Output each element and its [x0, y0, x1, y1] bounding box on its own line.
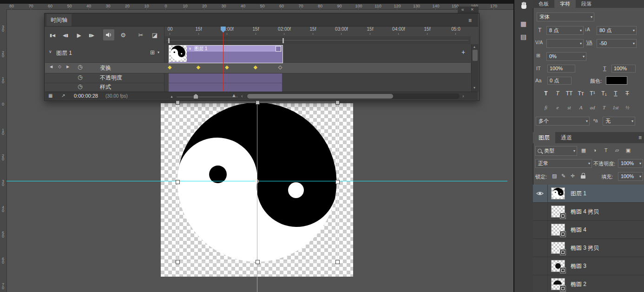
transform-handle-top-left[interactable] — [176, 100, 180, 105]
property-transform[interactable]: 变换 — [100, 65, 111, 71]
titling-alternates-button[interactable]: T — [599, 103, 609, 112]
zoom-out-icon[interactable]: ▲ — [170, 95, 173, 98]
collapse-panel-icon[interactable]: « — [461, 7, 464, 12]
faux-bold-button[interactable]: T — [541, 89, 551, 98]
layer-name[interactable]: 椭圆 4 拷贝 — [571, 209, 599, 214]
fill-select[interactable]: 100% ▾ — [618, 172, 643, 181]
layer-row[interactable]: 椭圆 2 — [533, 275, 644, 292]
keyframe-icon[interactable]: ◆ — [225, 65, 229, 70]
smart-object-filter-icon[interactable]: ▣ — [624, 146, 633, 155]
keyframe-track[interactable]: ◆◆◆◆◇ — [164, 63, 471, 73]
video-clip[interactable]: ∨ 图层 1 — [169, 45, 283, 63]
keyframe-icon[interactable]: ◆ — [197, 65, 200, 70]
keyframe-next-icon[interactable]: ▶ — [66, 65, 69, 69]
layer-name[interactable]: 图层 1 — [571, 191, 586, 196]
layer-row[interactable]: 图层 1 — [533, 185, 644, 203]
scroll-up-icon[interactable]: ▴ — [473, 45, 475, 49]
play-button[interactable]: ▶ — [74, 30, 84, 40]
timeline-scrollbar[interactable]: ▴ ▾ — [471, 44, 479, 92]
vertical-ruler[interactable]: 302010010203040506070 — [0, 9, 7, 292]
scrollbar-thumb[interactable] — [473, 50, 478, 61]
kerning-select[interactable]: ▾ — [546, 39, 584, 48]
lock-all-icon[interactable] — [581, 175, 585, 179]
property-style[interactable]: 样式 — [100, 84, 111, 90]
layer-name[interactable]: 椭圆 2 — [571, 281, 586, 287]
small-caps-button[interactable]: Tт — [576, 89, 586, 98]
transform-handle-middle-left[interactable] — [176, 180, 180, 184]
layer-row[interactable]: 椭圆 3 — [533, 257, 644, 275]
transform-handle-top-center[interactable] — [256, 100, 260, 105]
faux-italic-button[interactable]: T — [552, 89, 563, 98]
scroll-left-icon[interactable]: ‹ — [241, 93, 243, 99]
chevron-open-icon[interactable]: ∨ — [49, 50, 52, 54]
visibility-toggle[interactable] — [533, 239, 548, 257]
lock-pixels-icon[interactable]: ✎ — [561, 173, 565, 179]
standard-ligatures-button[interactable]: fi — [541, 103, 551, 112]
hand-tool-icon[interactable] — [519, 1, 529, 10]
keyframe-add-icon[interactable]: ◇ — [58, 65, 61, 69]
opacity-select[interactable]: 100% ▾ — [618, 159, 643, 168]
font-family-select[interactable]: 宋体 ▾ — [537, 13, 594, 21]
contextual-alternates-button[interactable]: e — [552, 103, 563, 112]
superscript-button[interactable]: T¹ — [587, 89, 598, 98]
flyout-arrow-icon[interactable]: ↗ — [61, 93, 65, 98]
stopwatch-icon[interactable]: ◷ — [78, 74, 82, 80]
property-opacity[interactable]: 不透明度 — [100, 75, 122, 80]
layer-row[interactable]: 椭圆 4 拷贝 — [533, 203, 644, 221]
clip-settings-box[interactable] — [276, 46, 281, 52]
fractions-button[interactable]: ½ — [622, 103, 632, 112]
visibility-toggle[interactable] — [533, 185, 548, 202]
transform-handle-bottom-right[interactable] — [335, 260, 340, 264]
timeline-ruler[interactable]: 0015f01:00f15f02:00f15f03:00f15f04:00f15… — [164, 26, 471, 37]
visibility-toggle[interactable] — [533, 275, 548, 292]
previous-frame-button[interactable]: ◀▮ — [60, 30, 71, 40]
stopwatch-icon[interactable]: ◷ — [78, 84, 82, 89]
frames-view-icon[interactable]: ▦ — [48, 93, 53, 98]
dock-libraries-icon[interactable]: ▤ — [520, 33, 526, 40]
transition-icon[interactable]: ◪ — [150, 30, 160, 40]
transform-handle-middle-right[interactable] — [335, 180, 340, 184]
track-style-grid-icon[interactable]: ⊞ — [150, 50, 155, 55]
transform-handle-bottom-center[interactable] — [256, 260, 260, 264]
swash-button[interactable]: A — [576, 103, 586, 112]
layer-filter-select[interactable]: 类型 ▾ — [535, 146, 577, 156]
type-filter-icon[interactable]: T — [601, 146, 611, 155]
anti-alias-select[interactable]: 无 ▾ — [603, 117, 635, 126]
first-frame-button[interactable]: ▮◀ — [47, 30, 58, 40]
timeline-hscroll-thumb[interactable] — [247, 94, 393, 99]
leading-select[interactable]: 80 点 ▾ — [597, 26, 637, 35]
underline-button[interactable]: T — [611, 89, 621, 98]
lock-transparent-icon[interactable]: ▨ — [552, 173, 557, 179]
baseline-shift-field[interactable]: 0 点 — [547, 77, 572, 85]
transform-handle-top-right[interactable] — [335, 100, 340, 105]
tab-swatches[interactable]: 色板 — [533, 0, 554, 8]
playhead-line[interactable] — [223, 33, 223, 91]
shape-filter-icon[interactable]: ▱ — [612, 146, 622, 155]
end-keyframe-icon[interactable]: ◇ — [278, 65, 282, 70]
keyframe-icon[interactable]: ◆ — [254, 65, 257, 70]
visibility-toggle[interactable] — [533, 257, 548, 275]
ordinals-button[interactable]: 1st — [611, 103, 621, 112]
subscript-button[interactable]: T₁ — [599, 89, 609, 98]
chevron-open-icon[interactable]: ∨ — [189, 47, 191, 51]
add-media-button[interactable]: + — [461, 49, 465, 55]
tab-timeline[interactable]: 时间轴 — [46, 14, 72, 26]
layer-name[interactable]: 椭圆 3 拷贝 — [571, 245, 599, 251]
scroll-right-icon[interactable]: › — [462, 93, 464, 99]
horizontal-ruler[interactable]: 8070605040302010010203040506070809010011… — [7, 4, 513, 10]
zoom-slider[interactable] — [177, 97, 238, 97]
stylistic-alternates-button[interactable]: ad — [587, 103, 598, 112]
next-frame-button[interactable]: ▮▶ — [86, 30, 97, 40]
audio-mute-button[interactable] — [103, 29, 114, 40]
layer-name[interactable]: 椭圆 3 — [571, 263, 586, 269]
text-color-swatch[interactable] — [606, 76, 627, 85]
horizontal-scale-field[interactable]: 100% — [611, 65, 636, 73]
split-clip-icon[interactable]: ✂ — [136, 30, 146, 40]
chevron-down-icon[interactable]: ▾ — [158, 51, 159, 54]
proportional-spacing-select[interactable]: 0% ▾ — [546, 52, 586, 61]
layer-name[interactable]: 椭圆 4 — [571, 227, 586, 232]
track-name[interactable]: 图层 1 — [56, 50, 72, 56]
tab-paragraph[interactable]: 段落 — [576, 0, 597, 8]
language-select[interactable]: 多个 ▾ — [536, 117, 590, 126]
font-size-select[interactable]: 8 点 ▾ — [546, 26, 584, 35]
